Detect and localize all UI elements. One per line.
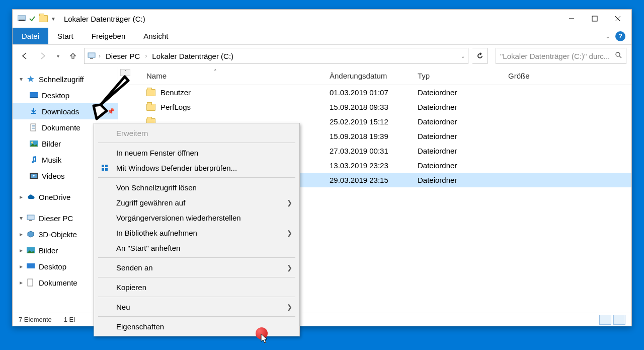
chevron-right-icon[interactable]: ▸	[17, 279, 26, 286]
file-name: Benutzer	[160, 88, 191, 97]
cm-pin-to-start[interactable]: An "Start" anheften	[94, 240, 299, 255]
view-details-button[interactable]	[599, 315, 611, 325]
up-button[interactable]	[66, 49, 80, 63]
tab-freigeben[interactable]: Freigeben	[83, 28, 135, 44]
tree-downloads[interactable]: Downloads📌	[13, 103, 118, 119]
column-date[interactable]: Änderungsdatum	[325, 72, 413, 80]
chevron-down-icon[interactable]: ▾	[17, 76, 26, 83]
cm-new[interactable]: Neu❯	[94, 299, 299, 314]
svg-rect-20	[27, 215, 34, 220]
cloud-icon	[26, 192, 36, 201]
svg-point-17	[31, 142, 33, 144]
cm-properties[interactable]: Eigenschaften	[94, 319, 299, 334]
tab-datei[interactable]: Datei	[13, 28, 48, 44]
back-button[interactable]	[18, 49, 32, 63]
chevron-down-icon[interactable]: ▾	[17, 215, 26, 222]
tree-desktop[interactable]: Desktop	[13, 87, 118, 103]
column-type[interactable]: Typ	[413, 72, 503, 80]
crumb-this-pc[interactable]: Dieser PC	[104, 51, 142, 61]
downloads-icon	[29, 107, 39, 116]
file-type: Dateiordner	[413, 147, 503, 155]
cm-grant-access[interactable]: Zugriff gewähren auf❯	[94, 195, 299, 210]
minimize-button[interactable]	[560, 10, 583, 28]
file-name: PerfLogs	[160, 103, 191, 111]
close-button[interactable]	[606, 10, 629, 28]
chevron-right-icon[interactable]: ›	[145, 52, 147, 59]
titlebar: ▼ Lokaler Datenträger (C:)	[13, 10, 631, 28]
status-item-count: 7 Elemente	[19, 316, 52, 323]
file-date: 27.03.2019 00:31	[325, 147, 413, 155]
file-date: 01.03.2019 01:07	[325, 88, 413, 97]
crumb-drive[interactable]: Lokaler Datenträger (C:)	[150, 51, 235, 61]
cm-unpin-quick-access[interactable]: Von Schnellzugriff lösen	[94, 180, 299, 195]
column-headers: Name˄ Änderungsdatum Typ Größe	[118, 67, 631, 85]
forward-button[interactable]	[36, 49, 50, 63]
column-name[interactable]: Name˄	[118, 72, 325, 80]
svg-rect-25	[102, 165, 104, 167]
folder-icon	[146, 89, 155, 96]
cube-icon	[26, 230, 36, 239]
chevron-right-icon[interactable]: ▸	[17, 231, 26, 238]
cm-erweitern: Erweitern	[94, 125, 299, 141]
ribbon-tabs: Datei Start Freigeben Ansicht ⌄ ?	[13, 28, 631, 45]
sort-asc-icon: ˄	[214, 68, 217, 75]
table-row[interactable]: PerfLogs15.09.2018 09:33Dateiordner	[118, 100, 631, 114]
file-type: Dateiordner	[413, 103, 503, 111]
shield-icon	[100, 163, 109, 172]
svg-line-9	[619, 56, 621, 58]
desktop-icon	[26, 262, 36, 271]
qat-dropdown-icon[interactable]: ▼	[51, 16, 56, 22]
file-type: Dateiordner	[413, 161, 503, 170]
context-menu: Erweitern In neuem Fenster öffnen Mit Wi…	[94, 123, 300, 336]
folder-icon[interactable]	[39, 15, 48, 22]
svg-rect-21	[29, 220, 32, 221]
pictures-icon	[26, 246, 36, 255]
chevron-right-icon: ❯	[287, 264, 292, 271]
music-icon	[29, 155, 39, 164]
help-button[interactable]: ?	[615, 31, 625, 41]
refresh-button[interactable]	[472, 48, 488, 64]
tab-ansicht[interactable]: Ansicht	[134, 28, 177, 44]
tree-quick-access[interactable]: ▾ Schnellzugriff	[13, 71, 118, 87]
svg-rect-28	[105, 168, 108, 171]
tab-start[interactable]: Start	[48, 28, 83, 44]
cm-open-new-window[interactable]: In neuem Fenster öffnen	[94, 145, 299, 160]
chevron-right-icon[interactable]: ›	[99, 52, 101, 59]
maximize-button[interactable]	[583, 10, 606, 28]
documents-icon	[26, 278, 36, 287]
search-input[interactable]: "Lokaler Datenträger (C:)" durc...	[496, 48, 626, 64]
search-icon[interactable]	[615, 51, 622, 60]
chevron-right-icon[interactable]: ▸	[17, 263, 26, 270]
column-size[interactable]: Größe	[503, 72, 564, 80]
ribbon-expand-icon[interactable]: ⌄	[605, 33, 610, 40]
svg-rect-12	[31, 124, 36, 131]
svg-point-8	[616, 52, 620, 56]
file-type: Dateiordner	[413, 132, 503, 141]
pc-icon	[26, 214, 36, 223]
cm-copy[interactable]: Kopieren	[94, 279, 299, 295]
pc-icon	[88, 52, 96, 59]
table-row[interactable]: Benutzer01.03.2019 01:07Dateiordner	[118, 85, 631, 100]
navbar: ▾ › Dieser PC › Lokaler Datenträger (C:)…	[13, 45, 631, 67]
chevron-right-icon[interactable]: ▸	[17, 247, 26, 254]
cm-send-to[interactable]: Senden an❯	[94, 260, 299, 275]
cm-restore-versions[interactable]: Vorgängerversionen wiederherstellen	[94, 210, 299, 225]
address-bar[interactable]: › Dieser PC › Lokaler Datenträger (C:) ⌄	[84, 48, 468, 64]
file-type: Dateiordner	[413, 176, 503, 184]
recent-dropdown-icon[interactable]: ▾	[54, 49, 62, 63]
svg-rect-27	[102, 168, 104, 171]
address-dropdown-icon[interactable]: ⌄	[461, 53, 465, 59]
cm-defender-scan[interactable]: Mit Windows Defender überprüfen...	[94, 160, 299, 175]
cm-add-to-library[interactable]: In Bibliothek aufnehmen❯	[94, 225, 299, 240]
file-date: 13.03.2019 23:23	[325, 161, 413, 170]
file-date: 25.02.2019 15:12	[325, 117, 413, 126]
view-icons-button[interactable]	[613, 315, 625, 325]
check-icon[interactable]	[29, 15, 36, 22]
search-placeholder: "Lokaler Datenträger (C:)" durc...	[500, 52, 615, 60]
app-icon	[18, 15, 26, 23]
videos-icon	[29, 171, 39, 180]
pin-icon: 📌	[107, 108, 115, 115]
chevron-right-icon[interactable]: ▸	[17, 193, 26, 200]
chevron-right-icon: ❯	[287, 303, 292, 311]
quick-access-toolbar: ▼	[15, 15, 56, 23]
